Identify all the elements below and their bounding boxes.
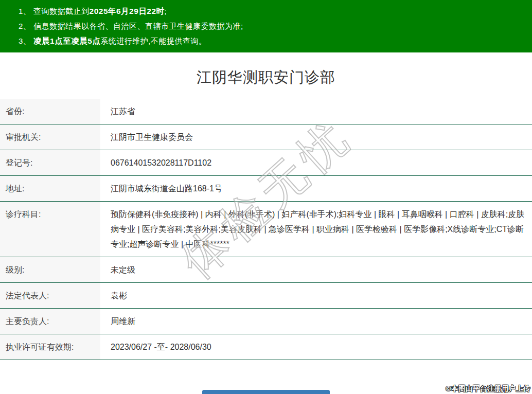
- row-value: 未定级: [100, 257, 532, 282]
- query-result-page: 1、 查询数据截止到2025年6月29日22时; 2、 信息数据结果以各省、自治…: [0, 0, 532, 394]
- notice-text: 2、 信息数据结果以各省、自治区、直辖市卫生健康委数据为准;: [19, 22, 243, 30]
- table-row-approval-authority: 审批机关: 江阴市卫生健康委员会: [0, 124, 532, 150]
- row-label: 诊疗科目:: [0, 202, 100, 257]
- table-row-medical-subjects: 诊疗科目: 预防保健科(非免疫接种) | 内科 | 外科(非手术) | 妇产科(…: [0, 202, 532, 257]
- row-label: 省份:: [0, 99, 100, 124]
- table-row-license-validity: 执业许可证有效期: 2023/06/27 -至- 2028/06/30: [0, 334, 532, 360]
- row-value: 06761401532028117D1102: [100, 150, 532, 175]
- row-value: 江阴市卫生健康委员会: [100, 124, 532, 150]
- row-label: 级别:: [0, 257, 100, 282]
- row-value: 江阴市城东街道金山路168-1号: [100, 176, 532, 201]
- details-table: 省份: 江苏省 审批机关: 江阴市卫生健康委员会 登记号: 0676140153…: [0, 99, 532, 360]
- row-value: 江苏省: [100, 99, 532, 124]
- page-title: 江阴华测职安门诊部: [0, 67, 532, 88]
- notice-text: 系统进行维护,不能提供查询。: [100, 37, 206, 45]
- table-row-registration-number: 登记号: 06761401532028117D1102: [0, 150, 532, 176]
- table-row-province: 省份: 江苏省: [0, 99, 532, 124]
- notice-line-1: 1、 查询数据截止到2025年6月29日22时;: [19, 4, 522, 19]
- table-row-principal: 主要负责人: 周维新: [0, 309, 532, 334]
- notice-text: 1、 查询数据截止到: [19, 7, 90, 15]
- row-label: 登记号:: [0, 150, 100, 175]
- row-label: 地址:: [0, 176, 100, 201]
- row-label: 主要负责人:: [0, 309, 100, 334]
- notice-line-2: 2、 信息数据结果以各省、自治区、直辖市卫生健康委数据为准;: [19, 19, 522, 33]
- notice-line-3: 3、 凌晨1点至凌晨5点系统进行维护,不能提供查询。: [19, 33, 522, 48]
- notice-text: ;: [165, 7, 167, 15]
- notice-text: 3、: [19, 37, 33, 45]
- row-value: 周维新: [100, 309, 532, 334]
- row-label: 审批机关:: [0, 124, 100, 150]
- row-label: 执业许可证有效期:: [0, 334, 100, 360]
- row-value: 预防保健科(非免疫接种) | 内科 | 外科(非手术) | 妇产科(非手术);妇…: [100, 202, 532, 257]
- table-row-address: 地址: 江阴市城东街道金山路168-1号: [0, 176, 532, 202]
- close-window-button[interactable]: 〖关闭窗口〗: [202, 390, 330, 394]
- notice-bold-text: 凌晨1点至凌晨5点: [33, 37, 100, 45]
- notice-bold-text: 2025年6月29日22时: [90, 7, 165, 15]
- table-row-level: 级别: 未定级: [0, 257, 532, 283]
- notice-banner: 1、 查询数据截止到2025年6月29日22时; 2、 信息数据结果以各省、自治…: [0, 0, 532, 52]
- table-row-legal-representative: 法定代表人: 袁彬: [0, 283, 532, 309]
- row-value: 袁彬: [100, 283, 532, 308]
- row-label: 法定代表人:: [0, 283, 100, 308]
- row-value: 2023/06/27 -至- 2028/06/30: [100, 334, 532, 360]
- copyright-watermark: ©本图由平台注册用户上传: [446, 384, 530, 393]
